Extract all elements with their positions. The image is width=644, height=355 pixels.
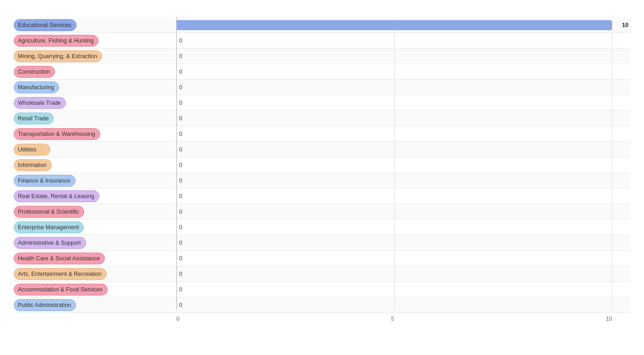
bar-label-pill: Finance & Insurance bbox=[14, 175, 76, 187]
bar-value-label: 0 bbox=[179, 131, 182, 137]
bar-value-label: 0 bbox=[179, 240, 182, 246]
bar-value-label: 0 bbox=[179, 69, 182, 75]
x-axis: 0510 bbox=[14, 313, 630, 322]
bar-label-pill: Transportation & Warehousing bbox=[14, 128, 100, 140]
bar-row: Accommodation & Food Services0 bbox=[14, 282, 630, 297]
bar-row: Information0 bbox=[14, 157, 630, 173]
bar-value-label: 0 bbox=[179, 178, 182, 184]
chart-wrapper: Educational Services10Agriculture, Fishi… bbox=[14, 17, 630, 322]
bar-value-label: 0 bbox=[179, 146, 182, 153]
bar-row: Arts, Entertainment & Recreation0 bbox=[14, 266, 630, 282]
bar-label-pill: Arts, Entertainment & Recreation bbox=[14, 268, 107, 280]
bar-row: Mining, Quarrying, & Extraction0 bbox=[14, 48, 630, 64]
bar-label-pill: Accommodation & Food Services bbox=[14, 284, 108, 296]
bar-label-pill: Health Care & Social Assistance bbox=[14, 253, 105, 264]
bar-row: Real Estate, Rental & Leasing0 bbox=[14, 188, 630, 204]
bar-label-pill: Public Administration bbox=[14, 299, 76, 311]
bar-value-label: 0 bbox=[179, 271, 182, 277]
bar-label-pill: Construction bbox=[14, 66, 55, 78]
bar-label-pill: Enterprise Management bbox=[14, 221, 84, 233]
bar-value-label: 10 bbox=[622, 22, 628, 28]
bar-label-pill: Professional & Scientific bbox=[14, 206, 84, 218]
bar-value-label: 0 bbox=[179, 162, 182, 168]
bar-value-label: 0 bbox=[179, 53, 182, 59]
bar-row: Educational Services10 bbox=[14, 17, 630, 33]
bar-row: Construction0 bbox=[14, 64, 630, 80]
bar-row: Agriculture, Fishing & Hunting0 bbox=[14, 33, 630, 48]
bar-row: Public Administration0 bbox=[14, 297, 630, 313]
bar-value-label: 0 bbox=[179, 84, 182, 91]
bar-label-pill: Retail Trade bbox=[14, 113, 54, 124]
bar-value-label: 0 bbox=[179, 115, 182, 122]
bar-row: Wholesale Trade0 bbox=[14, 95, 630, 111]
bar-label-pill: Educational Services bbox=[14, 19, 76, 31]
bar-label-pill: Administrative & Support bbox=[14, 237, 86, 249]
x-axis-label: 0 bbox=[176, 316, 180, 322]
bar-label-pill: Manufacturing bbox=[14, 81, 59, 93]
bar-label-pill: Utilities bbox=[14, 144, 50, 156]
bar-row: Enterprise Management0 bbox=[14, 220, 630, 235]
bar-row: Professional & Scientific0 bbox=[14, 204, 630, 220]
bar-row: Utilities0 bbox=[14, 142, 630, 157]
x-axis-label: 5 bbox=[391, 316, 394, 322]
bar-value-label: 0 bbox=[179, 38, 182, 44]
bar-value-label: 0 bbox=[179, 286, 182, 293]
bar-value-label: 0 bbox=[179, 224, 182, 231]
bar-row: Administrative & Support0 bbox=[14, 235, 630, 251]
bar-value-label: 0 bbox=[179, 209, 182, 215]
bar-fill bbox=[176, 20, 612, 30]
bar-value-label: 0 bbox=[179, 193, 182, 199]
bar-label-pill: Wholesale Trade bbox=[14, 97, 66, 109]
bar-value-label: 0 bbox=[179, 302, 182, 308]
bar-label-pill: Real Estate, Rental & Leasing bbox=[14, 190, 99, 202]
bar-row: Manufacturing0 bbox=[14, 80, 630, 95]
bar-value-label: 0 bbox=[179, 100, 182, 106]
bar-row: Transportation & Warehousing0 bbox=[14, 126, 630, 142]
bar-value-label: 0 bbox=[179, 255, 182, 262]
bar-row: Retail Trade0 bbox=[14, 111, 630, 126]
x-axis-label: 10 bbox=[606, 316, 612, 322]
bar-label-pill: Agriculture, Fishing & Hunting bbox=[14, 35, 98, 47]
bar-label-pill: Information bbox=[14, 159, 52, 171]
rows-container: Educational Services10Agriculture, Fishi… bbox=[14, 17, 630, 313]
bar-row: Finance & Insurance0 bbox=[14, 173, 630, 188]
bar-row: Health Care & Social Assistance0 bbox=[14, 251, 630, 266]
bar-label-pill: Mining, Quarrying, & Extraction bbox=[14, 50, 102, 62]
